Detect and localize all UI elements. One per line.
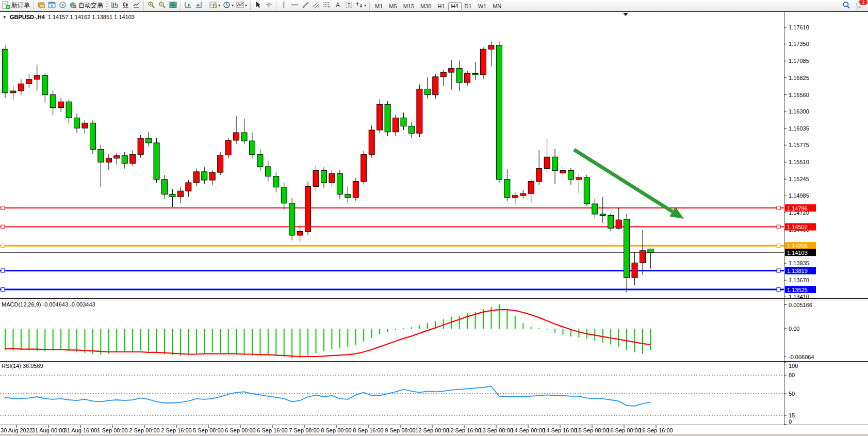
toolbar-separator	[369, 2, 370, 10]
auto-scroll-icon	[184, 1, 192, 10]
line-endpoint-handle[interactable]	[1, 269, 5, 272]
timeframe-group: M1M5M15M30H1H4D1W1MN	[372, 1, 504, 10]
zoom-in-button[interactable]	[146, 1, 156, 11]
date-label: 16 Sep 16:00	[639, 427, 673, 433]
new-order-icon	[2, 1, 10, 10]
svg-text:1.17610: 1.17610	[789, 24, 809, 30]
main-toolbar: 新订单 自动交易 ▾ ▾	[0, 0, 868, 11]
chevron-down-icon: ▾	[218, 3, 220, 8]
svg-text:A: A	[336, 2, 340, 9]
svg-text:1.13410: 1.13410	[789, 294, 809, 300]
line-endpoint-handle[interactable]	[777, 225, 780, 229]
text-label-button[interactable]: T	[343, 1, 354, 11]
line-endpoint-handle[interactable]	[1, 225, 5, 229]
date-label: 12 Sep 00:00	[415, 427, 449, 433]
line-endpoint-handle[interactable]	[1, 206, 5, 210]
svg-text:1.15510: 1.15510	[789, 159, 809, 165]
date-label: 2 Sep 00:00	[129, 427, 159, 433]
search-button[interactable]	[841, 1, 851, 11]
text-icon: A	[334, 1, 342, 10]
trendline-icon	[302, 1, 309, 10]
date-label: 14 Sep 00:00	[511, 427, 545, 433]
new-order-label: 新订单	[11, 1, 30, 10]
svg-text:80: 80	[789, 372, 795, 378]
toolbar-separator	[276, 2, 276, 10]
line-endpoint-handle[interactable]	[777, 206, 780, 210]
zoom-in-icon	[148, 1, 155, 10]
chart-title[interactable]: ▼ GBPUSD-,H4 1.14157 1.14162 1.13851 1.1…	[3, 14, 135, 20]
templates-icon	[236, 1, 244, 10]
timeframe-button-M5[interactable]: M5	[386, 2, 400, 10]
timeframe-button-MN[interactable]: MN	[489, 2, 504, 10]
bar-chart-icon	[111, 1, 119, 10]
pane-frames	[0, 11, 868, 425]
zoom-out-button[interactable]	[157, 1, 167, 11]
equidistant-channel-button[interactable]: E	[311, 1, 321, 11]
chart-menu-triangle-icon[interactable]: ▼	[3, 15, 7, 20]
bar-chart-button[interactable]	[109, 1, 120, 11]
tile-windows-button[interactable]	[168, 1, 178, 11]
level-lines-layer[interactable]	[0, 206, 784, 292]
periods-button[interactable]: ▾	[222, 1, 235, 11]
indicators-button[interactable]: ▾	[208, 1, 221, 11]
svg-text:50: 50	[789, 391, 795, 397]
profile-button[interactable]	[46, 1, 57, 11]
arrows-button[interactable]: ▾	[354, 1, 367, 11]
timeframe-button-M30[interactable]: M30	[417, 2, 434, 10]
line-chart-button[interactable]	[131, 1, 141, 11]
line-endpoint-handle[interactable]	[777, 244, 780, 248]
svg-text:0.00: 0.00	[789, 326, 799, 332]
svg-text:T: T	[347, 2, 350, 8]
chart-window[interactable]: ▼ GBPUSD-,H4 1.14157 1.14162 1.13851 1.1…	[0, 11, 868, 434]
autotrading-button[interactable]: 自动交易	[68, 1, 104, 11]
candlestick-chart-button[interactable]	[120, 1, 130, 11]
horizontal-line-icon	[291, 1, 299, 10]
toolbar-separator	[143, 2, 144, 10]
timeframe-button-H1[interactable]: H1	[434, 2, 448, 10]
chart-canvas[interactable]: 1.176101.173501.170851.168251.165601.163…	[0, 11, 868, 434]
timeframe-button-M15[interactable]: M15	[400, 2, 417, 10]
timeframe-button-H4[interactable]: H4	[448, 2, 462, 10]
date-label: 16 Sep 00:00	[607, 427, 641, 433]
crosshair-icon	[265, 1, 273, 10]
date-label: 14 Sep 16:00	[543, 427, 577, 433]
charts-button[interactable]	[36, 1, 46, 11]
svg-text:1.17085: 1.17085	[789, 58, 809, 64]
cursor-button[interactable]	[253, 1, 263, 11]
line-endpoint-handle[interactable]	[1, 288, 5, 292]
svg-text:1.15775: 1.15775	[789, 142, 809, 148]
svg-text:-0.006064: -0.006064	[789, 354, 814, 360]
crosshair-button[interactable]	[264, 1, 274, 11]
chat-button[interactable]: 1	[855, 1, 865, 11]
timeframe-button-M1[interactable]: M1	[372, 2, 386, 10]
date-label: 15 Sep 08:00	[575, 427, 609, 433]
chart-symbol-period: GBPUSD-,H4	[10, 14, 45, 20]
date-label: 5 Sep 08:00	[193, 427, 223, 433]
svg-text:1.13935: 1.13935	[789, 260, 809, 266]
line-endpoint-handle[interactable]	[777, 288, 780, 292]
date-label: 12 Sep 16:00	[447, 427, 481, 433]
svg-text:1.16035: 1.16035	[789, 125, 809, 132]
toolbar-separator	[33, 2, 34, 10]
periods-clock-icon	[223, 1, 231, 10]
auto-scroll-button[interactable]	[183, 1, 193, 11]
timeframe-button-D1[interactable]: D1	[462, 2, 475, 10]
chevron-down-icon: ▾	[364, 3, 366, 8]
rsi-indicator-label: RSI(14) 36.0569	[2, 363, 43, 369]
horizontal-line-button[interactable]	[289, 1, 300, 11]
zoom-out-icon	[158, 1, 166, 10]
text-button[interactable]: A	[333, 1, 343, 11]
fibonacci-button[interactable]: F	[322, 1, 332, 11]
chart-shift-button[interactable]	[193, 1, 204, 11]
line-endpoint-handle[interactable]	[777, 269, 780, 272]
new-order-button[interactable]: 新订单	[1, 1, 31, 11]
line-endpoint-handle[interactable]	[1, 244, 5, 248]
templates-button[interactable]: ▾	[235, 1, 248, 11]
timeframe-button-W1[interactable]: W1	[475, 2, 490, 10]
terminal-button[interactable]	[57, 1, 68, 11]
chevron-down-icon: ▾	[245, 3, 247, 8]
date-label: 30 Aug 2022	[1, 427, 32, 433]
svg-text:1.14796: 1.14796	[787, 205, 808, 212]
vertical-line-button[interactable]	[279, 1, 289, 11]
trendline-button[interactable]	[300, 1, 310, 11]
